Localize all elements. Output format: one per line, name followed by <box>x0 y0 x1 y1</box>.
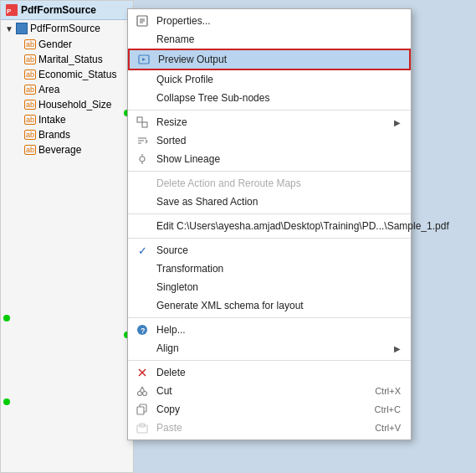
menu-item-sorted[interactable]: Sorted <box>128 131 411 150</box>
menu-item-help[interactable]: ? Help... <box>128 321 411 339</box>
field-icon-intake: ab <box>24 115 36 125</box>
field-label-economic: Economic_Status <box>38 69 116 80</box>
separator-1 <box>128 110 411 111</box>
field-marital-status[interactable]: ab Marital_Status <box>21 52 133 67</box>
generate-xml-label: Generate XML schema for layout <box>156 300 304 311</box>
preview-output-label: Preview Output <box>158 54 227 65</box>
menu-item-delete-action: Delete Action and Reroute Maps <box>128 174 411 193</box>
paste-shortcut: Ctrl+V <box>375 423 401 433</box>
menu-item-quick-profile[interactable]: Quick Profile <box>128 70 411 89</box>
show-lineage-label: Show Lineage <box>156 153 220 165</box>
delete-icon <box>135 365 150 380</box>
menu-item-resize[interactable]: Resize ▶ <box>128 113 411 131</box>
edit-file-label: Edit C:\Users\ayesha.amjad\Desktop\Train… <box>156 220 449 232</box>
sorted-label: Sorted <box>156 135 186 147</box>
tree-fields: ab Gender ab Marital_Status ab Economic_… <box>21 37 133 157</box>
menu-item-align[interactable]: Align ▶ <box>128 339 411 357</box>
field-icon-gender: ab <box>24 39 36 49</box>
menu-item-source[interactable]: ✓ Source <box>128 241 411 260</box>
align-arrow: ▶ <box>394 344 401 353</box>
cut-shortcut: Ctrl+X <box>375 386 401 396</box>
field-household-size[interactable]: ab Household_Size <box>21 97 133 112</box>
menu-item-singleton[interactable]: Singleton <box>128 278 411 296</box>
tree-panel: P PdfFormSource ▼ PdfFormSource ab Gende… <box>0 0 134 473</box>
copy-label: Copy <box>156 404 180 415</box>
help-label: Help... <box>156 324 186 336</box>
node-icon <box>16 23 28 34</box>
resize-icon <box>135 115 150 130</box>
resize-arrow: ▶ <box>394 118 401 127</box>
field-area[interactable]: ab Area <box>21 82 133 97</box>
menu-item-show-lineage[interactable]: Show Lineage <box>128 150 411 168</box>
field-intake[interactable]: ab Intake <box>21 112 133 127</box>
menu-item-paste: Paste Ctrl+V <box>128 419 411 437</box>
separator-4 <box>128 238 411 239</box>
field-label-intake: Intake <box>38 114 66 126</box>
copy-icon <box>135 402 150 417</box>
transformation-label: Transformation <box>156 263 223 275</box>
field-icon-area: ab <box>24 85 36 95</box>
tree-title: PdfFormSource <box>21 4 96 16</box>
menu-item-cut[interactable]: Cut Ctrl+X <box>128 382 411 400</box>
sorted-icon <box>135 133 150 148</box>
copy-shortcut: Ctrl+C <box>375 404 401 414</box>
context-menu: Properties... Rename Preview Output Quic… <box>127 8 412 440</box>
cut-label: Cut <box>156 385 172 397</box>
field-label-brands: Brands <box>38 129 70 141</box>
expand-icon: ▼ <box>4 23 14 33</box>
menu-item-preview-output[interactable]: Preview Output <box>128 49 411 70</box>
svg-point-13 <box>140 157 145 162</box>
field-label-household: Household_Size <box>38 99 111 111</box>
svg-rect-25 <box>137 407 144 414</box>
separator-3 <box>128 213 411 214</box>
field-icon-beverage: ab <box>24 145 36 155</box>
properties-icon <box>135 13 150 28</box>
svg-point-21 <box>143 392 147 396</box>
properties-label: Properties... <box>156 15 211 27</box>
tree-header: P PdfFormSource <box>1 1 133 20</box>
menu-item-generate-xml[interactable]: Generate XML schema for layout <box>128 296 411 315</box>
align-label: Align <box>156 342 179 354</box>
preview-icon <box>136 52 151 67</box>
menu-item-delete[interactable]: Delete <box>128 363 411 382</box>
svg-rect-26 <box>137 425 147 433</box>
field-beverage[interactable]: ab Beverage <box>21 142 133 157</box>
connector-dot-left-bottom <box>3 398 10 405</box>
tree-root-node[interactable]: ▼ PdfFormSource <box>1 20 133 37</box>
menu-item-rename[interactable]: Rename <box>128 30 411 49</box>
separator-6 <box>128 360 411 361</box>
svg-line-22 <box>140 387 142 392</box>
field-economic-status[interactable]: ab Economic_Status <box>21 67 133 82</box>
menu-item-save-shared[interactable]: Save as Shared Action <box>128 193 411 211</box>
svg-rect-8 <box>137 117 142 122</box>
paste-label: Paste <box>156 422 182 434</box>
menu-item-copy[interactable]: Copy Ctrl+C <box>128 400 411 419</box>
connector-dot-left-top <box>3 315 10 321</box>
menu-item-collapse-tree[interactable]: Collapse Tree Sub-nodes <box>128 89 411 107</box>
menu-item-transformation[interactable]: Transformation <box>128 260 411 278</box>
pdf-icon: P <box>6 4 18 16</box>
svg-rect-9 <box>142 122 147 127</box>
delete-action-label: Delete Action and Reroute Maps <box>156 177 301 189</box>
collapse-tree-label: Collapse Tree Sub-nodes <box>156 92 269 104</box>
field-label-area: Area <box>38 84 59 95</box>
root-node-label: PdfFormSource <box>30 23 100 34</box>
separator-5 <box>128 317 411 318</box>
menu-item-properties[interactable]: Properties... <box>128 12 411 30</box>
svg-text:P: P <box>7 8 12 15</box>
save-shared-label: Save as Shared Action <box>156 196 258 208</box>
field-icon-economic: ab <box>24 69 36 80</box>
field-icon-household: ab <box>24 100 36 110</box>
paste-icon <box>135 420 150 435</box>
svg-point-20 <box>138 392 142 396</box>
pdf-header-icon: P <box>6 4 18 16</box>
svg-text:?: ? <box>141 326 146 335</box>
field-gender[interactable]: ab Gender <box>21 37 133 52</box>
field-label-marital: Marital_Status <box>38 54 103 65</box>
cut-icon <box>135 383 150 398</box>
svg-marker-7 <box>142 58 146 61</box>
field-brands[interactable]: ab Brands <box>21 127 133 142</box>
menu-item-edit-file[interactable]: Edit C:\Users\ayesha.amjad\Desktop\Train… <box>128 217 411 235</box>
separator-2 <box>128 171 411 172</box>
source-check-icon: ✓ <box>135 243 150 258</box>
